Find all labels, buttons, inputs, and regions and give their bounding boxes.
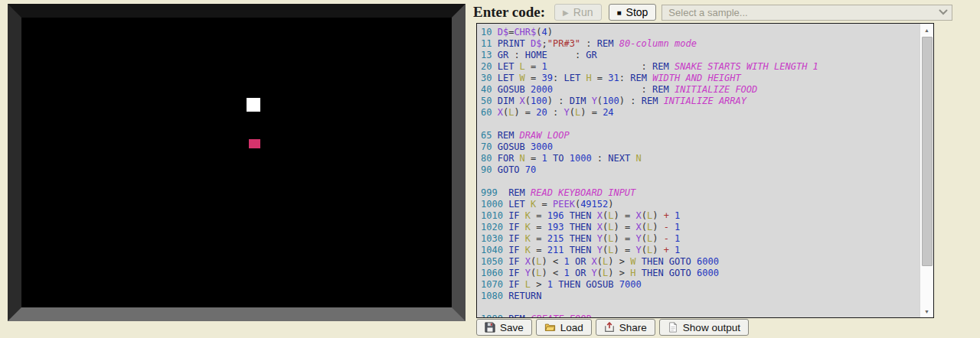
show-output-icon [668, 322, 678, 333]
stop-button-label: Stop [626, 6, 648, 18]
load-button[interactable]: Load [536, 319, 592, 336]
code-editor[interactable]: 10 D$=CHR$(4) 11 PRINT D$;"PR#3" : REM 8… [477, 24, 920, 317]
stop-icon: ■ [617, 8, 622, 17]
toolbar: Enter code: ▶ Run ■ Stop Select a sample… [473, 2, 952, 22]
play-icon: ▶ [563, 8, 569, 17]
sample-select-placeholder: Select a sample... [668, 7, 747, 18]
run-button-label: Run [573, 6, 593, 18]
sample-select[interactable]: Select a sample... [662, 5, 952, 21]
footer-toolbar: Save Load Share Show output [476, 319, 749, 336]
stop-button[interactable]: ■ Stop [609, 4, 657, 21]
share-button-label: Share [619, 322, 647, 333]
snake-block [247, 98, 260, 112]
run-button[interactable]: ▶ Run [554, 4, 601, 21]
show-output-button[interactable]: Show output [659, 319, 749, 336]
share-button[interactable]: Share [596, 319, 655, 336]
scrollbar-up-arrow-icon[interactable]: ▲ [920, 24, 933, 36]
scrollbar-down-arrow-icon[interactable]: ▼ [920, 305, 933, 317]
save-icon [485, 322, 495, 333]
code-editor-panel: 10 D$=CHR$(4) 11 PRINT D$;"PR#3" : REM 8… [476, 23, 934, 318]
save-button[interactable]: Save [476, 319, 532, 336]
enter-code-label: Enter code: [473, 4, 545, 21]
food-block [249, 139, 260, 148]
graphics-screen [21, 18, 452, 307]
share-icon [604, 322, 615, 333]
chevron-down-icon [939, 9, 948, 15]
show-output-button-label: Show output [683, 322, 740, 333]
load-button-label: Load [560, 322, 583, 333]
save-button-label: Save [500, 322, 524, 333]
basic-emulator-app: Enter code: ▶ Run ■ Stop Select a sample… [0, 0, 980, 338]
editor-scrollbar[interactable]: ▲ ▼ [920, 24, 933, 317]
scrollbar-thumb[interactable] [922, 37, 933, 266]
emulator-monitor [8, 4, 466, 321]
load-icon [544, 322, 556, 333]
